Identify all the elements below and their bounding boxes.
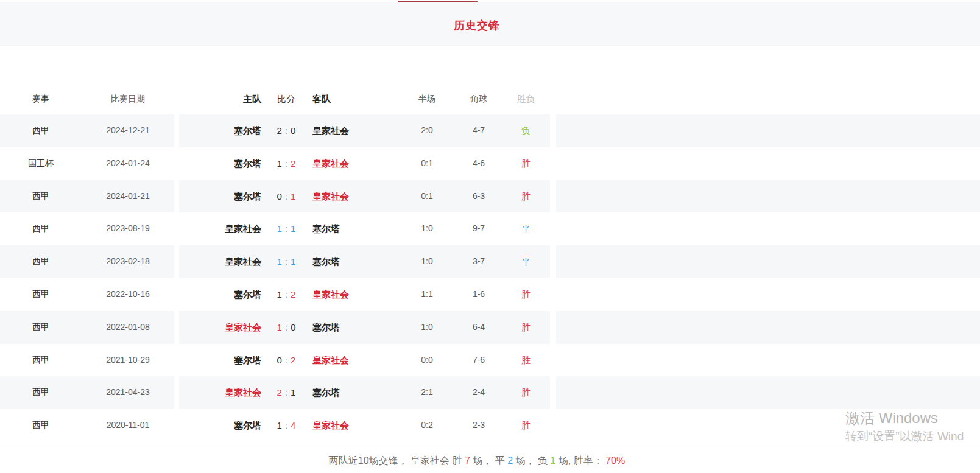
header-away-team: 客队: [306, 83, 395, 114]
row-halftime-score: 0:1: [395, 180, 459, 213]
away-goals: 1: [291, 387, 295, 398]
head-to-head-summary: 两队近10场交锋， 皇家社会 胜 7 场， 平 2 场， 负 1 场, 胜率： …: [0, 454, 954, 468]
row-competition: 西甲: [0, 311, 82, 344]
row-home-team: 皇家社会: [180, 376, 266, 409]
away-goals: 1: [291, 191, 295, 201]
row-away-team: 皇家社会: [306, 180, 395, 213]
row-result-badge: 负: [502, 114, 550, 147]
table-row[interactable]: 西甲 2022-10-16 塞尔塔 1:2 皇家社会 1:1 1-6 胜: [0, 278, 980, 311]
home-goals: 1: [277, 322, 282, 332]
away-goals: 2: [291, 289, 295, 300]
row-result-badge: 胜: [502, 180, 550, 213]
row-date: 2020-11-01: [82, 409, 174, 442]
row-competition: 西甲: [0, 180, 82, 213]
table-row[interactable]: 西甲 2021-10-29 塞尔塔 0:2 皇家社会 0:0 7-6 胜: [0, 344, 980, 377]
summary-segment: 2: [507, 455, 513, 466]
row-date: 2024-12-21: [82, 114, 174, 147]
row-corner-count: 2-3: [459, 409, 498, 442]
row-corner-count: 4-7: [459, 114, 498, 147]
row-away-team: 塞尔塔: [306, 311, 395, 344]
row-competition: 西甲: [0, 278, 82, 311]
home-goals: 0: [277, 355, 282, 365]
header-score: 比分: [266, 83, 306, 114]
row-score: 2:0: [266, 114, 306, 147]
row-away-team: 皇家社会: [306, 114, 395, 147]
table-row[interactable]: 西甲 2024-01-21 塞尔塔 0:1 皇家社会 0:1 6-3 胜: [0, 180, 980, 213]
row-corner-count: 7-6: [459, 344, 498, 377]
home-goals: 0: [277, 191, 282, 201]
row-home-team: 塞尔塔: [180, 278, 266, 311]
row-score: 1:4: [266, 409, 306, 442]
home-goals: 1: [277, 256, 282, 267]
table-header: 赛事 比赛日期 主队 比分 客队 半场 角球 胜负: [0, 83, 980, 114]
row-corner-count: 3-7: [459, 245, 498, 278]
summary-segment: 皇家社会 胜: [411, 455, 465, 466]
filter-row: 全部赛事 主客相同 10场 西甲✓ 国王杯✓ 西乙✓: [0, 47, 980, 83]
row-corner-count: 9-7: [459, 212, 498, 245]
score-separator: :: [285, 256, 287, 267]
summary-segment: 场， 负: [513, 455, 550, 466]
table-row[interactable]: 西甲 2021-04-23 皇家社会 2:1 塞尔塔 2:1 2-4 胜: [0, 376, 980, 409]
score-separator: :: [285, 420, 287, 430]
row-competition: 西甲: [0, 344, 82, 377]
header-corners: 角球: [459, 83, 498, 114]
summary-segment: 7: [465, 455, 470, 466]
score-separator: :: [285, 387, 287, 398]
summary-segment: 场, 胜率：: [555, 455, 605, 466]
row-date: 2022-10-16: [82, 278, 174, 311]
away-goals: 1: [291, 223, 295, 234]
row-competition: 西甲: [0, 376, 82, 409]
table-row[interactable]: 西甲 2024-12-21 塞尔塔 2:0 皇家社会 2:0 4-7 负: [0, 114, 980, 147]
row-result-badge: 胜: [502, 311, 550, 344]
row-score: 0:1: [266, 180, 306, 213]
row-result-badge: 胜: [502, 344, 550, 377]
table-row[interactable]: 西甲 2023-08-19 皇家社会 1:1 塞尔塔 1:0 9-7 平: [0, 212, 980, 245]
score-separator: :: [285, 125, 287, 136]
row-home-team: 塞尔塔: [180, 180, 266, 213]
section-title[interactable]: 历史交锋: [0, 2, 954, 46]
row-halftime-score: 1:0: [395, 212, 459, 245]
row-result-badge: 胜: [502, 147, 550, 180]
row-result-badge: 平: [502, 245, 550, 278]
header-halftime: 半场: [395, 83, 459, 114]
away-goals: 0: [291, 125, 295, 136]
row-competition: 西甲: [0, 245, 82, 278]
table-row[interactable]: 西甲 2022-01-08 皇家社会 1:0 塞尔塔 1:0 6-4 胜: [0, 311, 980, 344]
home-goals: 1: [277, 289, 282, 300]
away-goals: 1: [291, 256, 295, 267]
score-separator: :: [285, 223, 287, 234]
title-band: 历史交锋: [0, 2, 980, 46]
row-score: 1:1: [266, 212, 306, 245]
column-gap-left: [174, 114, 179, 442]
row-away-team: 塞尔塔: [306, 212, 395, 245]
row-score: 1:2: [266, 147, 306, 180]
row-competition: 西甲: [0, 212, 82, 245]
score-separator: :: [285, 355, 287, 365]
row-halftime-score: 0:0: [395, 344, 459, 377]
table-row[interactable]: 国王杯 2024-01-24 塞尔塔 1:2 皇家社会 0:1 4-6 胜: [0, 147, 980, 180]
row-home-team: 皇家社会: [180, 311, 266, 344]
table-row[interactable]: 西甲 2020-11-01 塞尔塔 1:4 皇家社会 0:2 2-3 胜: [0, 409, 980, 442]
row-halftime-score: 0:2: [395, 409, 459, 442]
row-away-team: 皇家社会: [306, 278, 395, 311]
row-home-team: 塞尔塔: [180, 147, 266, 180]
row-away-team: 塞尔塔: [306, 376, 395, 409]
header-home-team: 主队: [180, 83, 266, 114]
score-separator: :: [285, 322, 287, 332]
home-goals: 1: [277, 420, 282, 430]
row-home-team: 皇家社会: [180, 245, 266, 278]
row-result-badge: 胜: [502, 278, 550, 311]
history-head-to-head-panel: 历史交锋 全部赛事 主客相同 10场 西甲✓ 国王杯✓ 西乙✓ 赛事 比赛日期 …: [0, 0, 980, 473]
row-score: 1:0: [266, 311, 306, 344]
table-row[interactable]: 西甲 2023-02-18 皇家社会 1:1 塞尔塔 1:0 3-7 平: [0, 245, 980, 278]
score-separator: :: [285, 289, 287, 300]
row-score: 0:2: [266, 344, 306, 377]
home-goals: 2: [277, 387, 282, 398]
row-competition: 西甲: [0, 114, 82, 147]
score-separator: :: [285, 191, 287, 201]
row-corner-count: 2-4: [459, 376, 498, 409]
row-halftime-score: 2:1: [395, 376, 459, 409]
row-halftime-score: 1:0: [395, 311, 459, 344]
row-corner-count: 6-3: [459, 180, 498, 213]
row-home-team: 塞尔塔: [180, 344, 266, 377]
